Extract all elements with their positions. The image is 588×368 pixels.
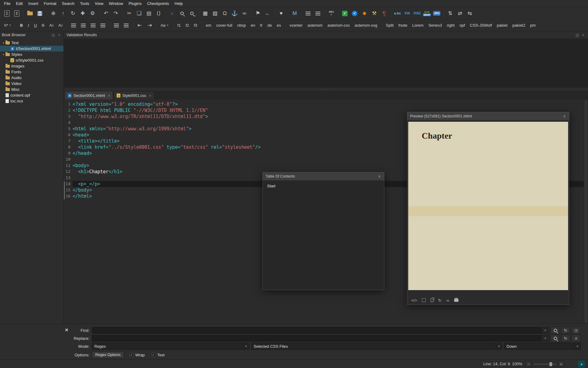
- green-check-icon[interactable]: ✔: [340, 9, 350, 18]
- tab-section0001-xhtml[interactable]: XSection0001.xhtml×: [65, 91, 113, 100]
- reorder-up-down-icon[interactable]: ⇅: [445, 9, 455, 18]
- replace-next-button[interactable]: [551, 335, 560, 342]
- menu-tools[interactable]: Tools: [77, 0, 92, 7]
- reorder-left-right-icon[interactable]: ⇄: [455, 9, 465, 18]
- subscript-button[interactable]: A2: [47, 21, 56, 29]
- toc-entry[interactable]: Start: [263, 183, 384, 189]
- cut-icon[interactable]: ✂: [124, 9, 134, 18]
- anchor-icon[interactable]: ⚓: [230, 9, 239, 18]
- ordered-list-icon[interactable]: [121, 21, 131, 30]
- pilcrow-icon[interactable]: ¶: [379, 9, 389, 18]
- grid-icon[interactable]: ▦: [200, 9, 210, 18]
- close-panel-icon[interactable]: ×: [57, 33, 62, 37]
- numbered-list-icon[interactable]: [313, 9, 323, 18]
- replace-input[interactable]: [92, 335, 541, 342]
- zoom-out-button[interactable]: −: [526, 361, 532, 367]
- blue-check-icon[interactable]: ✔: [350, 9, 360, 18]
- plugin-series3-button[interactable]: Series3: [426, 21, 444, 29]
- align-left-icon[interactable]: [69, 21, 78, 30]
- find-refresh-button[interactable]: ↻: [561, 327, 570, 334]
- abc-plugin-icon[interactable]: a-bc: [393, 9, 402, 18]
- italic-button[interactable]: I: [25, 21, 32, 29]
- plugin-pakiet2-button[interactable]: pakiet2: [510, 21, 528, 29]
- print-icon[interactable]: [454, 299, 458, 302]
- tree-caret-icon[interactable]: ▾: [1, 41, 6, 44]
- replace-history-dropdown-icon[interactable]: ▼: [541, 335, 549, 342]
- open-folder-icon[interactable]: [25, 9, 35, 18]
- plugin-f3-button[interactable]: f3: [191, 21, 200, 29]
- plugin-asterism-button[interactable]: asterism: [305, 21, 325, 29]
- plugin-fnote-button[interactable]: fnote: [396, 21, 410, 29]
- wrap-checkbox-box[interactable]: [130, 353, 134, 357]
- strikethrough-button[interactable]: S: [39, 21, 47, 29]
- underline-button[interactable]: U: [32, 21, 39, 29]
- plugin-pakiet-button[interactable]: pakiet: [494, 21, 510, 29]
- menu-file[interactable]: File: [1, 0, 13, 7]
- indent-icon[interactable]: ⇥: [145, 21, 154, 30]
- tree-caret-icon[interactable]: ▾: [1, 53, 6, 56]
- svg-wrap-plugin-icon[interactable]: SVGWRAP: [422, 9, 432, 18]
- bullet-list-icon[interactable]: [111, 21, 121, 30]
- plugin-fr-button[interactable]: fr: [258, 21, 265, 29]
- plugin-en-button[interactable]: en: [248, 21, 258, 29]
- copy-icon[interactable]: ❏: [134, 9, 144, 18]
- menu-edit[interactable]: Edit: [13, 0, 25, 7]
- starburst-icon[interactable]: ✷: [360, 9, 369, 18]
- bookmark-icon[interactable]: ⚑: [253, 9, 263, 18]
- add-circle-icon[interactable]: ⊕: [48, 9, 58, 18]
- plugin-de-button[interactable]: de: [265, 21, 274, 29]
- menu-window[interactable]: Window: [106, 0, 126, 7]
- plugin-f2-button[interactable]: f2: [183, 21, 191, 29]
- tree-item-s-style0001-css[interactable]: {}s/Style0001.css: [0, 57, 63, 63]
- new-epub3-icon[interactable]: 3: [12, 9, 21, 18]
- align-right-icon[interactable]: [88, 21, 98, 30]
- wrench-icon[interactable]: ⚒: [369, 9, 379, 18]
- menu-search[interactable]: Search: [59, 0, 77, 7]
- zoom-slider[interactable]: [533, 364, 556, 365]
- float-validation-icon[interactable]: ◫: [575, 33, 580, 37]
- tree-item-toc-ncx[interactable]: toc.ncx: [0, 98, 63, 104]
- tab-style0001-css[interactable]: {}Style0001.css×: [114, 91, 154, 100]
- outdent-icon[interactable]: ⇤: [135, 21, 145, 30]
- text-checkbox[interactable]: Text: [152, 353, 165, 357]
- reorder-swap-icon[interactable]: ⇆: [465, 9, 475, 18]
- heart-icon[interactable]: ♥: [276, 9, 286, 18]
- tree-item-styles[interactable]: ▾Styles: [0, 52, 63, 57]
- tree-item-fonts[interactable]: Fonts: [0, 69, 63, 75]
- plugin-f1-button[interactable]: f1: [175, 21, 183, 29]
- zoom-slider-handle[interactable]: [549, 362, 552, 366]
- mode-select[interactable]: Regex ▼: [92, 343, 249, 350]
- plugin-pm-button[interactable]: pm: [528, 21, 538, 29]
- editor-scrollbar[interactable]: [584, 99, 588, 324]
- find-next-button[interactable]: [551, 327, 560, 334]
- tree-item-images[interactable]: Images: [0, 63, 63, 69]
- plugin-right-button[interactable]: right: [444, 21, 457, 29]
- code-view-icon[interactable]: ⟨⟩: [154, 9, 164, 18]
- close-validation-icon[interactable]: ×: [581, 33, 586, 37]
- splitter-handle[interactable]: ······: [64, 88, 588, 91]
- menu-help[interactable]: Help: [172, 0, 186, 7]
- find-history-dropdown-icon[interactable]: ▼: [541, 327, 549, 334]
- spellcheck-icon[interactable]: ABC✓: [326, 9, 336, 18]
- undo-icon[interactable]: ↶: [101, 9, 111, 18]
- float-panel-icon[interactable]: ◫: [51, 33, 56, 37]
- search-icon[interactable]: [177, 9, 187, 18]
- select-all-icon[interactable]: [422, 298, 426, 302]
- omega-icon[interactable]: Ω: [220, 9, 230, 18]
- scope-select[interactable]: Selected CSS Files ▼: [251, 343, 502, 350]
- tree-item-video[interactable]: Video: [0, 81, 63, 86]
- plugin-cover-full-button[interactable]: cover-full: [214, 21, 235, 29]
- menu-view[interactable]: View: [92, 0, 106, 7]
- redo-icon[interactable]: ↷: [111, 9, 121, 18]
- link-icon[interactable]: ∞: [447, 298, 449, 303]
- paste-icon[interactable]: ▤: [144, 9, 154, 18]
- plugin-es-button[interactable]: es: [274, 21, 284, 29]
- text-checkbox-box[interactable]: [152, 353, 156, 357]
- align-center-icon[interactable]: [78, 21, 88, 30]
- metadata-icon[interactable]: M: [290, 9, 300, 18]
- superscript-button[interactable]: A2: [56, 21, 65, 29]
- statusbar-corner-icon[interactable]: +: [578, 361, 585, 367]
- plugin-em-button[interactable]: em: [203, 21, 214, 29]
- up-arrow-icon[interactable]: ↑: [58, 9, 68, 18]
- tree-item-text[interactable]: ▾Text: [0, 40, 63, 46]
